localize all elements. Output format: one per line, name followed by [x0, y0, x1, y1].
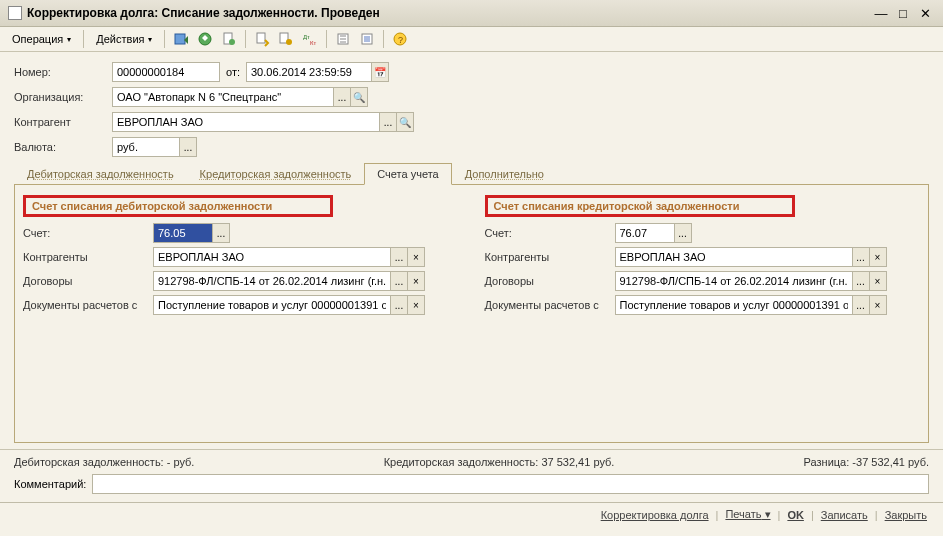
save-button[interactable]: Записать	[817, 509, 872, 521]
clear-button[interactable]: ×	[869, 247, 887, 267]
credit-calcdocs-input[interactable]	[615, 295, 853, 315]
currency-row: Валюта: ...	[14, 137, 929, 157]
basedon-icon[interactable]	[252, 29, 272, 49]
refresh-icon[interactable]	[219, 29, 239, 49]
credit-agents-input[interactable]	[615, 247, 853, 267]
post-icon[interactable]	[171, 29, 191, 49]
maximize-button[interactable]: □	[893, 5, 913, 21]
clear-button[interactable]: ×	[407, 271, 425, 291]
tab-bar: Дебиторская задолженность Кредиторская з…	[14, 163, 929, 185]
credit-account-label: Счет:	[485, 227, 615, 239]
agent-input[interactable]	[112, 112, 380, 132]
save-icon[interactable]	[195, 29, 215, 49]
debit-legend: Счет списания дебиторской задолженности	[23, 195, 333, 217]
svg-rect-4	[257, 33, 265, 43]
agent-label: Контрагент	[14, 116, 112, 128]
tab-credit[interactable]: Кредиторская задолженность	[187, 163, 365, 184]
toolbar-separator	[245, 30, 246, 48]
from-label: от:	[226, 66, 240, 78]
currency-label: Валюта:	[14, 141, 112, 153]
select-button[interactable]: ...	[852, 295, 870, 315]
credit-contracts-label: Договоры	[485, 275, 615, 287]
footer: Корректировка долга | Печать ▾ | OK | За…	[0, 502, 943, 526]
clear-button[interactable]: ×	[869, 271, 887, 291]
toolbar: Операция Действия ДтКт ?	[0, 27, 943, 52]
org-input[interactable]	[112, 87, 334, 107]
debit-agents-label: Контрагенты	[23, 251, 153, 263]
goto-icon[interactable]	[276, 29, 296, 49]
credit-agents-label: Контрагенты	[485, 251, 615, 263]
toolbar-separator	[383, 30, 384, 48]
select-button[interactable]: ...	[390, 247, 408, 267]
toolbar-separator	[326, 30, 327, 48]
debit-contracts-label: Договоры	[23, 275, 153, 287]
credit-contracts-input[interactable]	[615, 271, 853, 291]
window-controls: — □ ✕	[871, 5, 935, 21]
operation-menu[interactable]: Операция	[6, 30, 77, 48]
list-icon[interactable]	[357, 29, 377, 49]
svg-text:?: ?	[398, 35, 403, 45]
select-button[interactable]: ...	[212, 223, 230, 243]
select-button[interactable]: ...	[674, 223, 692, 243]
svg-text:Кт: Кт	[310, 40, 316, 46]
search-icon[interactable]: 🔍	[350, 87, 368, 107]
title-bar: Корректировка долга: Списание задолженно…	[0, 0, 943, 27]
help-icon[interactable]: ?	[390, 29, 410, 49]
debit-fieldset: Счет списания дебиторской задолженности …	[23, 195, 459, 432]
comment-input[interactable]	[92, 474, 929, 494]
summary-row: Дебиторская задолженность: - руб. Кредит…	[14, 456, 929, 468]
close-window-button[interactable]: ✕	[915, 5, 935, 21]
actions-menu[interactable]: Действия	[90, 30, 158, 48]
settings-icon[interactable]	[333, 29, 353, 49]
ok-button[interactable]: OK	[783, 509, 808, 521]
agent-row: Контрагент ... 🔍	[14, 112, 929, 132]
debit-account-input[interactable]	[153, 223, 213, 243]
tab-content: Счет списания дебиторской задолженности …	[14, 185, 929, 443]
date-input[interactable]	[246, 62, 372, 82]
summary-diff: Разница: -37 532,41 руб.	[804, 456, 929, 468]
tab-debit[interactable]: Дебиторская задолженность	[14, 163, 187, 184]
close-button[interactable]: Закрыть	[881, 509, 931, 521]
debit-calcdocs-input[interactable]	[153, 295, 391, 315]
debit-calcdocs-label: Документы расчетов с	[23, 299, 153, 311]
number-input[interactable]	[112, 62, 220, 82]
credit-legend: Счет списания кредиторской задолженности	[485, 195, 795, 217]
select-button[interactable]: ...	[390, 295, 408, 315]
calendar-icon[interactable]: 📅	[371, 62, 389, 82]
summary-credit: Кредиторская задолженность: 37 532,41 ру…	[384, 456, 615, 468]
debit-agents-input[interactable]	[153, 247, 391, 267]
select-button[interactable]: ...	[852, 247, 870, 267]
movement-icon[interactable]: ДтКт	[300, 29, 320, 49]
select-button[interactable]: ...	[852, 271, 870, 291]
tab-extra[interactable]: Дополнительно	[452, 163, 557, 184]
number-row: Номер: от: 📅	[14, 62, 929, 82]
svg-text:Дт: Дт	[303, 34, 310, 40]
credit-fieldset: Счет списания кредиторской задолженности…	[485, 195, 921, 432]
tab-accounts[interactable]: Счета учета	[364, 163, 451, 185]
clear-button[interactable]: ×	[407, 247, 425, 267]
debit-contracts-input[interactable]	[153, 271, 391, 291]
app-icon	[8, 6, 22, 20]
summary-debit: Дебиторская задолженность: - руб.	[14, 456, 194, 468]
footer-title-link[interactable]: Корректировка долга	[597, 509, 713, 521]
currency-input[interactable]	[112, 137, 180, 157]
select-button[interactable]: ...	[333, 87, 351, 107]
svg-point-3	[229, 39, 235, 45]
toolbar-separator	[164, 30, 165, 48]
org-row: Организация: ... 🔍	[14, 87, 929, 107]
print-button[interactable]: Печать ▾	[721, 508, 774, 521]
select-button[interactable]: ...	[179, 137, 197, 157]
comment-row: Комментарий:	[14, 474, 929, 494]
select-button[interactable]: ...	[390, 271, 408, 291]
search-icon[interactable]: 🔍	[396, 112, 414, 132]
window-title: Корректировка долга: Списание задолженно…	[27, 6, 380, 20]
bottom-panel: Дебиторская задолженность: - руб. Кредит…	[0, 449, 943, 494]
clear-button[interactable]: ×	[869, 295, 887, 315]
clear-button[interactable]: ×	[407, 295, 425, 315]
svg-point-6	[286, 39, 292, 45]
debit-account-label: Счет:	[23, 227, 153, 239]
select-button[interactable]: ...	[379, 112, 397, 132]
main-content: Номер: от: 📅 Организация: ... 🔍 Контраге…	[0, 52, 943, 449]
minimize-button[interactable]: —	[871, 5, 891, 21]
credit-account-input[interactable]	[615, 223, 675, 243]
